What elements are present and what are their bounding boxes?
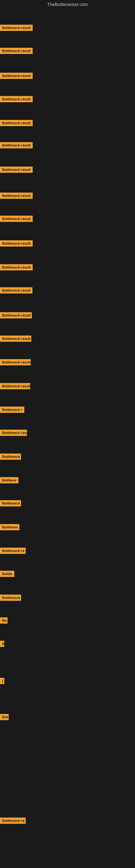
bottleneck-result-label: Bottleneck result <box>0 216 33 222</box>
bottleneck-result-label: Bottleneck re <box>0 548 26 554</box>
bottleneck-result-label: Bottleneck re <box>0 817 26 824</box>
bottleneck-result-label: Bottleneck result <box>0 287 32 293</box>
bottleneck-result-item: Bottleneck result <box>0 264 33 272</box>
bottleneck-result-label: Bottleneck result <box>0 383 30 389</box>
bottleneck-result-item: Bottleneck result <box>0 48 33 55</box>
bottleneck-result-label: | <box>0 678 4 684</box>
bottleneck-result-label: B <box>0 641 4 647</box>
bottleneck-result-item: Bottleneck resu <box>0 430 27 437</box>
bottleneck-result-item: | <box>0 678 4 685</box>
bottleneck-result-item: Bottleneck result <box>0 25 33 32</box>
bottleneck-result-label: Bottleneck result <box>0 96 33 102</box>
bottleneck-result-label: Bottleneck <box>0 595 21 601</box>
bottleneck-result-item: Bottlene <box>0 477 18 485</box>
bottleneck-result-item: Bottlenec <box>0 524 19 531</box>
bottleneck-result-item: Bottleneck result <box>0 240 33 248</box>
bottleneck-result-label: Bottleneck resu <box>0 430 27 436</box>
bottleneck-result-item: Bo <box>0 617 8 625</box>
bottleneck-result-item: Bottleneck result <box>0 312 32 319</box>
bottleneck-result-label: Bottle <box>0 571 14 577</box>
bottleneck-result-label: Bottleneck result <box>0 359 31 365</box>
bottleneck-result-label: Bottleneck result <box>0 120 33 126</box>
bottleneck-result-item: Bottleneck <box>0 454 21 461</box>
bottleneck-result-label: Bottleneck r <box>0 407 24 413</box>
bottleneck-result-item: Bottle <box>0 571 14 578</box>
bottleneck-result-item: Bot <box>0 714 9 721</box>
site-title: TheBottlenecker.com <box>0 0 135 9</box>
bottleneck-result-item: B <box>0 641 4 648</box>
bottleneck-result-item: Bottleneck <box>0 500 21 507</box>
bottleneck-result-label: Bottleneck result <box>0 48 33 54</box>
bottleneck-result-label: Bo <box>0 617 8 624</box>
bottleneck-result-label: Bot <box>0 714 9 720</box>
bottleneck-result-label: Bottleneck result <box>0 73 33 79</box>
bottleneck-result-label: Bottleneck result <box>0 312 32 318</box>
bottleneck-result-item: Bottleneck result <box>0 193 33 200</box>
bottleneck-result-label: Bottlene <box>0 477 18 484</box>
bottleneck-result-item: Bottleneck r <box>0 407 24 414</box>
bottleneck-result-label: Bottleneck result <box>0 336 31 342</box>
bottleneck-result-item: Bottleneck result <box>0 383 30 390</box>
bottleneck-result-label: Bottleneck result <box>0 25 33 31</box>
bottleneck-result-item: Bottleneck result <box>0 166 33 174</box>
bottleneck-result-label: Bottleneck result <box>0 264 33 271</box>
bottleneck-result-item: Bottleneck result <box>0 73 33 80</box>
bottleneck-result-label: Bottleneck <box>0 500 21 506</box>
bottleneck-result-label: Bottleneck result <box>0 193 33 199</box>
bottleneck-result-item: Bottleneck result <box>0 96 33 103</box>
bottleneck-result-item: Bottleneck result <box>0 287 32 294</box>
bottleneck-result-label: Bottlenec <box>0 524 19 530</box>
bottleneck-result-item: Bottleneck result <box>0 216 33 223</box>
bottleneck-result-item: Bottleneck re <box>0 817 26 825</box>
bottleneck-result-label: Bottleneck <box>0 454 21 460</box>
bottleneck-result-label: Bottleneck result <box>0 142 33 148</box>
bottleneck-result-item: Bottleneck result <box>0 120 33 127</box>
bottleneck-result-item: Bottleneck <box>0 595 21 602</box>
bottleneck-result-item: Bottleneck re <box>0 548 26 555</box>
bottleneck-result-label: Bottleneck result <box>0 240 33 247</box>
bottleneck-result-item: Bottleneck result <box>0 142 33 150</box>
bottleneck-result-label: Bottleneck result <box>0 166 33 173</box>
bottleneck-result-item: Bottleneck result <box>0 359 31 367</box>
bottleneck-result-item: Bottleneck result <box>0 336 31 343</box>
